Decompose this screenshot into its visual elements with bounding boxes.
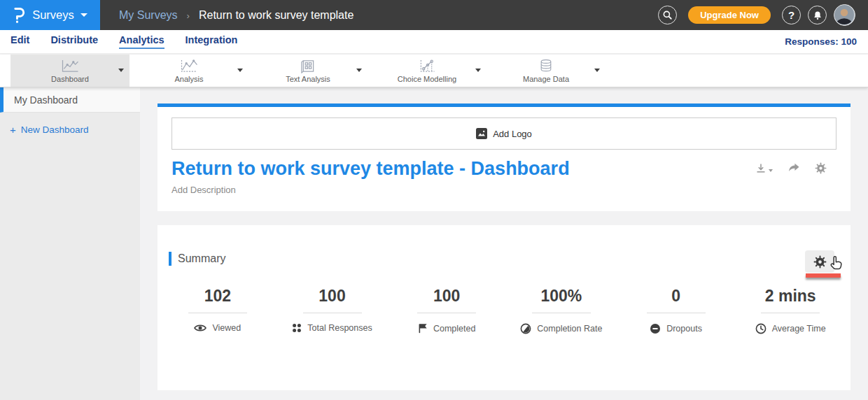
download-icon (755, 163, 766, 174)
minus-circle-icon (650, 323, 661, 334)
stat-value: 100% (540, 287, 582, 305)
add-logo-button[interactable]: Add Logo (172, 117, 836, 150)
stat-label: Completion Rate (537, 324, 602, 334)
dashboard-description[interactable]: Add Description (158, 180, 850, 195)
stat-completion-rate: 100% Completion Rate (504, 287, 619, 334)
database-icon (538, 58, 554, 73)
dots-grid-icon (292, 323, 302, 333)
toolbar-item-label: Manage Data (523, 75, 569, 83)
breadcrumb: My Surveys › Return to work survey templ… (119, 9, 354, 22)
breadcrumb-current: Return to work survey template (199, 9, 354, 22)
card-accent-bar (158, 103, 850, 107)
stat-value: 102 (204, 287, 231, 305)
summary-stats: 102 Viewed 100 T (158, 287, 850, 334)
toolbar-item-label: Text Analysis (286, 75, 330, 83)
chevron-down-icon[interactable] (594, 69, 600, 72)
stat-value: 100 (318, 287, 345, 305)
chevron-down-icon[interactable] (237, 69, 243, 72)
toolbar-item-label: Choice Modelling (398, 75, 456, 83)
title-settings-button[interactable] (815, 162, 827, 174)
toolbar-item-text-analysis[interactable]: Text Analysis (248, 55, 368, 87)
stat-value: 100 (433, 287, 460, 305)
text-analysis-icon (299, 59, 317, 73)
notifications-button[interactable] (808, 6, 827, 24)
toolbar-item-analysis[interactable]: Analysis (130, 55, 248, 87)
summary-title: Summary (178, 252, 225, 265)
avatar-photo (834, 5, 854, 24)
title-row: Return to work survey template - Dashboa… (158, 150, 850, 180)
main-content: Add Logo Return to work survey template … (140, 87, 868, 400)
stat-total-responses: 100 Total Responses (275, 287, 390, 334)
product-name: Surveys (32, 8, 74, 22)
analysis-chart-icon (178, 59, 200, 73)
stat-viewed: 102 Viewed (160, 287, 275, 334)
stat-divider (532, 313, 591, 313)
plus-icon: + (10, 124, 16, 136)
stat-divider (647, 313, 706, 313)
stat-value: 0 (671, 287, 680, 305)
responses-count: Responses: 100 (785, 36, 868, 47)
stat-average-time: 2 mins Average Time (733, 287, 848, 334)
summary-settings-button[interactable] (805, 250, 834, 273)
help-button[interactable]: ? (782, 6, 801, 24)
toolbar-item-choice-modelling[interactable]: Choice Modelling (368, 55, 486, 87)
breadcrumb-separator: › (187, 10, 190, 21)
upgrade-now-button[interactable]: Upgrade Now (688, 6, 771, 24)
download-button[interactable] (755, 163, 773, 174)
clock-icon (755, 323, 766, 334)
share-arrow-icon (788, 163, 800, 173)
analytics-toolbar: Dashboard Analysis Text Analysis Choice … (0, 55, 868, 87)
dashboard-chart-icon (59, 59, 80, 73)
share-button[interactable] (788, 163, 800, 173)
stat-completed: 100 Completed (389, 287, 504, 334)
tab-analytics[interactable]: Analytics (119, 34, 164, 49)
gear-icon (815, 162, 827, 174)
toolbar-item-dashboard[interactable]: Dashboard (10, 55, 130, 87)
stat-label: Completed (433, 324, 475, 334)
questionpro-logo-icon (13, 6, 26, 24)
search-button[interactable] (658, 6, 677, 24)
sidebar-item-my-dashboard[interactable]: My Dashboard (0, 87, 140, 113)
stat-divider (761, 313, 820, 313)
breadcrumb-parent-link[interactable]: My Surveys (119, 9, 178, 22)
add-logo-label: Add Logo (493, 129, 532, 139)
top-header: Surveys My Surveys › Return to work surv… (0, 0, 868, 30)
stat-divider (303, 313, 362, 313)
gear-icon (813, 255, 827, 269)
completion-rate-icon (520, 323, 531, 334)
toolbar-item-manage-data[interactable]: Manage Data (486, 55, 606, 87)
tab-edit[interactable]: Edit (10, 34, 29, 49)
summary-accent-bar (169, 252, 172, 266)
search-icon (662, 10, 673, 20)
chevron-down-icon[interactable] (475, 69, 481, 72)
app-logo-block[interactable]: Surveys (0, 0, 100, 30)
flag-icon (418, 323, 428, 334)
header-actions: Upgrade Now ? (658, 4, 868, 26)
dashboard-title[interactable]: Return to work survey template - Dashboa… (172, 157, 570, 180)
chevron-down-icon[interactable] (118, 69, 124, 72)
new-dashboard-button[interactable]: + New Dashboard (10, 124, 140, 136)
stat-divider (417, 313, 476, 313)
tab-integration[interactable]: Integration (186, 34, 238, 49)
survey-nav: Edit Distribute Analytics Integration Re… (0, 30, 868, 54)
choice-modelling-icon (417, 59, 437, 73)
stat-label: Viewed (212, 323, 241, 333)
avatar[interactable] (834, 4, 855, 26)
stat-divider (188, 313, 247, 313)
chevron-down-icon[interactable] (356, 69, 362, 72)
stat-label: Total Responses (307, 323, 372, 333)
stat-dropouts: 0 Dropouts (619, 287, 734, 334)
summary-header: Summary (158, 225, 850, 266)
toolbar-item-label: Analysis (175, 75, 204, 83)
stat-label: Average Time (772, 324, 826, 334)
chevron-down-icon (769, 169, 773, 172)
stat-label: Dropouts (666, 324, 702, 334)
tab-distribute[interactable]: Distribute (50, 34, 98, 49)
toolbar-item-label: Dashboard (51, 75, 89, 83)
eye-icon (194, 324, 206, 332)
new-dashboard-label: New Dashboard (21, 124, 89, 135)
stat-value: 2 mins (765, 287, 816, 305)
summary-card: Summary (158, 225, 850, 390)
dashboard-sidebar: My Dashboard + New Dashboard (0, 87, 140, 400)
bell-icon (813, 10, 822, 20)
